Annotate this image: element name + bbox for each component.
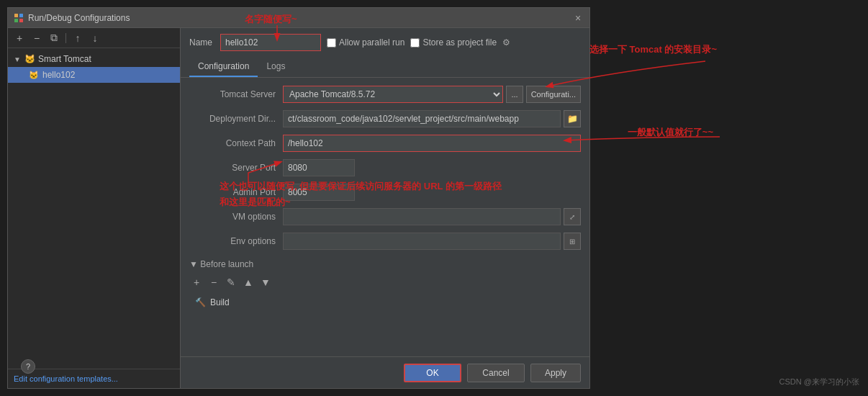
run-debug-dialog: Run/Debug Configurations × + − ⧉ ↑ ↓ ▼ 🐱… (7, 7, 590, 389)
vm-options-input[interactable] (283, 208, 561, 225)
move-up-button[interactable]: ↑ (71, 31, 85, 45)
deployment-dir-label: Deployment Dir... (189, 114, 283, 124)
svg-rect-2 (14, 19, 18, 22)
tab-logs[interactable]: Logs (258, 57, 294, 77)
watermark: CSDN @来学习的小张 (779, 377, 859, 387)
vm-options-label: VM options (189, 212, 283, 222)
name-row: Name Allow parallel run Store as project… (181, 28, 589, 57)
before-launch-down-button[interactable]: ▼ (258, 275, 273, 289)
before-launch-header[interactable]: ▼ Before launch (189, 256, 581, 272)
before-launch-section: ▼ Before launch + − ✎ ▲ ▼ 🔨 Build (189, 256, 581, 312)
allow-parallel-label[interactable]: Allow parallel run (327, 37, 404, 48)
annotation-tomcat-dir-tip: 选择一下 Tomcat 的安装目录~ (589, 43, 717, 56)
env-options-input[interactable] (283, 233, 561, 250)
config-icon: 🐱 (28, 69, 40, 81)
left-bottom: Edit configuration templates... (8, 369, 180, 388)
dialog-icon (14, 13, 24, 23)
name-label: Name (189, 37, 214, 48)
config-panel: Tomcat Server Apache Tomcat/8.5.72 ... C… (181, 78, 589, 356)
apply-button[interactable]: Apply (530, 364, 581, 382)
build-icon: 🔨 (195, 297, 206, 307)
vm-options-expand-button[interactable]: ⤢ (564, 208, 581, 225)
context-path-label: Context Path (189, 138, 283, 148)
context-path-input[interactable] (283, 135, 581, 152)
tomcat-configurati-button[interactable]: Configurati... (526, 86, 581, 103)
svg-rect-1 (19, 14, 23, 17)
store-as-project-checkbox[interactable] (410, 38, 420, 48)
env-options-browse-button[interactable]: ⊞ (564, 233, 581, 250)
admin-port-value (283, 184, 581, 201)
tree-expand-arrow: ▼ (14, 55, 22, 63)
before-launch-add-button[interactable]: + (189, 275, 204, 289)
deployment-dir-browse-button[interactable]: 📁 (564, 110, 581, 127)
left-toolbar: + − ⧉ ↑ ↓ (8, 28, 180, 48)
ok-button[interactable]: OK (404, 364, 461, 382)
server-port-row: Server Port (189, 158, 581, 177)
copy-config-button[interactable]: ⧉ (47, 31, 61, 45)
vm-options-value: ⤢ (283, 208, 581, 225)
context-path-row: Context Path (189, 134, 581, 153)
svg-rect-3 (19, 19, 23, 22)
svg-rect-0 (14, 14, 18, 17)
env-options-row: Env options ⊞ (189, 232, 581, 251)
annotation-default-tip: 一般默认值就行了~~ (628, 126, 713, 139)
server-port-input[interactable] (283, 159, 355, 176)
vm-options-row: VM options ⤢ (189, 207, 581, 226)
deployment-dir-value: 📁 (283, 110, 581, 127)
deployment-dir-input[interactable] (283, 110, 561, 127)
toolbar-divider (65, 33, 66, 43)
dialog-footer: OK Cancel Apply (181, 356, 589, 388)
build-item: 🔨 Build (195, 295, 581, 310)
env-options-value: ⊞ (283, 233, 581, 250)
edit-templates-link[interactable]: Edit configuration templates... (14, 374, 118, 383)
tab-configuration[interactable]: Configuration (189, 57, 258, 77)
tomcat-server-label: Tomcat Server (189, 89, 283, 99)
allow-parallel-checkbox[interactable] (327, 38, 336, 48)
help-button[interactable]: ? (21, 359, 35, 374)
tomcat-server-select[interactable]: Apache Tomcat/8.5.72 (283, 86, 503, 103)
env-options-label: Env options (189, 236, 283, 246)
dialog-body: + − ⧉ ↑ ↓ ▼ 🐱 Smart Tomcat 🐱 hello102 (8, 28, 589, 388)
gear-icon[interactable]: ⚙ (502, 37, 510, 48)
tree-child-label: hello102 (42, 70, 75, 80)
before-launch-up-button[interactable]: ▲ (241, 275, 256, 289)
admin-port-input[interactable] (283, 184, 355, 201)
move-down-button[interactable]: ↓ (88, 31, 102, 45)
server-port-label: Server Port (189, 163, 283, 173)
config-tree: ▼ 🐱 Smart Tomcat 🐱 hello102 (8, 48, 180, 369)
add-config-button[interactable]: + (12, 31, 27, 45)
name-input[interactable] (220, 34, 321, 51)
before-launch-remove-button[interactable]: − (207, 275, 221, 289)
context-path-value (283, 135, 581, 152)
dialog-title: Run/Debug Configurations (28, 13, 572, 23)
tree-child-hello102[interactable]: 🐱 hello102 (8, 67, 180, 83)
admin-port-row: Admin Port (189, 183, 581, 202)
close-button[interactable]: × (572, 12, 584, 24)
deployment-dir-row: Deployment Dir... 📁 (189, 109, 581, 128)
left-panel: + − ⧉ ↑ ↓ ▼ 🐱 Smart Tomcat 🐱 hello102 (8, 28, 181, 388)
right-panel: Name Allow parallel run Store as project… (181, 28, 589, 388)
tomcat-server-row: Tomcat Server Apache Tomcat/8.5.72 ... C… (189, 85, 581, 104)
store-as-project-label[interactable]: Store as project file (410, 37, 497, 48)
tabs-bar: Configuration Logs (181, 57, 589, 78)
cancel-button[interactable]: Cancel (467, 364, 525, 382)
admin-port-label: Admin Port (189, 187, 283, 197)
server-port-value (283, 159, 581, 176)
smart-tomcat-icon: 🐱 (24, 53, 35, 65)
tree-root-label: Smart Tomcat (38, 54, 91, 64)
before-launch-toolbar: + − ✎ ▲ ▼ (189, 272, 581, 292)
remove-config-button[interactable]: − (30, 31, 44, 45)
tree-root-smart-tomcat[interactable]: ▼ 🐱 Smart Tomcat (8, 51, 180, 67)
tomcat-server-value: Apache Tomcat/8.5.72 ... Configurati... (283, 86, 581, 103)
tomcat-dots-button[interactable]: ... (506, 86, 523, 103)
before-launch-edit-button[interactable]: ✎ (224, 275, 238, 289)
title-bar: Run/Debug Configurations × (8, 8, 589, 28)
before-launch-content: 🔨 Build (189, 292, 581, 312)
build-label: Build (210, 297, 230, 307)
